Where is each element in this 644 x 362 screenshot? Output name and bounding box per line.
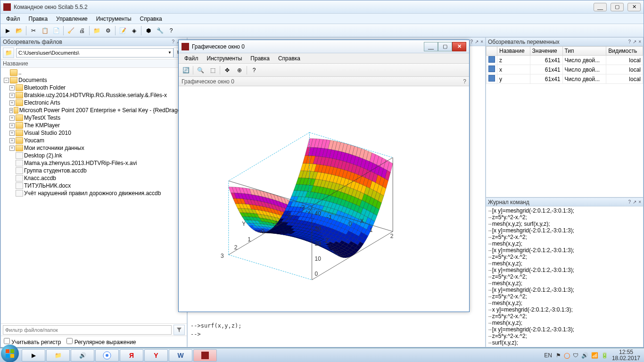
filter-button[interactable] [173,325,185,335]
regex-checkbox[interactable]: Регулярное выражение [66,338,136,346]
scinotes-button[interactable]: 📝 [117,25,128,36]
clear-button[interactable]: 🧹 [66,25,76,36]
col-value[interactable]: Значение [530,47,562,56]
menu-edit[interactable]: Правка [25,15,52,23]
rotate-icon[interactable]: 🔄 [181,65,191,75]
graph-menu-help[interactable]: Справка [274,54,304,63]
file-item[interactable]: ТИТУЛЬНИК.docx [2,182,186,189]
file-tree[interactable]: .. −Documents +Bluetooth Folder+Bratskie… [1,68,187,323]
file-item[interactable]: Учёт нарушений правил дорожного движения… [2,189,186,197]
history-line[interactable]: [x y]=meshgrid(-2:0.1:2,-3:0.1:3); [488,287,641,293]
col-name[interactable]: Название [497,47,530,56]
copy-button[interactable]: 📋 [40,25,50,36]
name-column[interactable]: Название [3,60,28,67]
cut-button[interactable]: ✂ [28,25,39,36]
filter-input[interactable] [3,325,172,335]
graphics-window[interactable]: Графическое окно 0 __ ▢ ✕ Файл Инструмен… [178,40,470,312]
history-line[interactable]: surf(x,y,z); [488,339,641,346]
folder-item[interactable]: +The KMPlayer [2,122,186,129]
folder-item[interactable]: +Youcam [2,137,186,144]
history-line[interactable]: z=5*y.^2-x.^2; [488,333,641,339]
variable-row[interactable]: x61x41Число двой...local [487,65,643,74]
panel-close-icon[interactable]: × [638,199,641,205]
panel-undock-icon[interactable]: ↗ [633,39,636,44]
zoom-icon[interactable]: 🔍 [195,65,206,75]
menu-control[interactable]: Управление [52,15,91,23]
graph-menu-file[interactable]: Файл [181,54,202,63]
cd-button[interactable]: 📁 [91,25,102,36]
graph-sub-help[interactable]: ? [463,78,466,85]
panel-undock-icon[interactable]: ↗ [633,199,636,205]
file-item[interactable]: Группа студентов.accdb [2,167,186,174]
history-line[interactable]: z=5*y.^2-x.^2; [488,313,641,320]
col-type[interactable]: Тип [562,47,606,56]
tray-battery-icon[interactable]: 🔋 [601,352,608,359]
tray-signal-icon[interactable]: 📶 [591,352,598,359]
history-line[interactable]: [x y]=meshgrid(-2:0.1:2,-3:0.1:3); [488,207,641,214]
tb-app-yandex[interactable]: Я [120,349,143,362]
atoms-button[interactable]: ⬢ [143,25,154,36]
panel-help-icon[interactable]: ? [628,39,631,44]
graph-canvas[interactable]: -2-1012-3-2-10123010203040XYZ [179,86,469,312]
history-line[interactable]: z=5*y.^2-x.^2; [488,214,641,221]
demos-button[interactable]: 🔧 [155,25,165,36]
xcos-button[interactable]: ◈ [129,25,139,36]
file-item[interactable]: Desktop (2).lnk [2,152,186,159]
folder-item[interactable]: +Мои источники данных [2,144,186,152]
tray-circle-icon[interactable]: ◯ [564,352,570,359]
history-line[interactable]: [x y]=meshgrid(-2:0.1:2,-3:0.1:3); [488,326,641,333]
history-line[interactable]: [x y]=meshgrid(-2:0.1:2,-3:0.1:3); [488,227,641,234]
folder-item[interactable]: +Bratskie.uzy.2014.HDTVRip.RG.Russkie.se… [2,91,186,99]
panel-undock-icon[interactable]: ↗ [475,39,479,44]
command-history[interactable]: [x y]=meshgrid(-2:0.1:2,-3:0.1:3);z=5*y.… [486,206,643,347]
datatip-icon[interactable]: ⊕ [234,65,245,75]
variable-table[interactable]: Название Значение Тип Видимость z61x41Чи… [486,46,643,197]
graph-minimize-button[interactable]: __ [424,42,438,51]
tray-icons[interactable]: ⚑ ◯ 🛡 🔊 📶 🔋 [556,352,608,359]
tb-app-explorer[interactable]: 📁 [46,349,70,362]
folder-item[interactable]: +Microsoft Power Point 2007 Enterprise +… [2,107,186,114]
history-line[interactable]: mesh(x,y,z); [488,300,641,306]
tb-app-sound[interactable]: 🔊 [71,349,94,362]
variable-row[interactable]: y61x41Число двой...local [487,74,643,84]
tray-flag-icon[interactable]: ⚑ [556,352,561,359]
graph-maximize-button[interactable]: ▢ [438,42,452,51]
graph-menu-edit[interactable]: Правка [247,54,273,63]
history-line[interactable]: mesh(x,y,z); [488,260,641,267]
lang-indicator[interactable]: EN [544,352,552,359]
print-button[interactable]: 🖨 [77,25,87,36]
config-button[interactable]: ⚙ [103,25,113,36]
history-line[interactable]: mesh(x,y,z); [488,240,641,247]
zoom-box-icon[interactable]: ⬚ [207,65,218,75]
panel-help-icon[interactable]: ? [172,39,175,44]
panel-close-icon[interactable]: × [638,39,641,44]
history-line[interactable]: z=5*y.^2-x.^2; [488,254,641,260]
maximize-button[interactable]: ▢ [611,3,624,11]
file-item[interactable]: Класс.accdb [2,174,186,182]
graph-menu-tools[interactable]: Инструменты [203,54,246,63]
path-input[interactable] [16,48,173,58]
col-visibility[interactable]: Видимость [606,47,643,56]
menu-tools[interactable]: Инструменты [92,15,135,23]
history-line[interactable]: [x y]=meshgrid(-2:0.1:2,-3:0.1:3); [488,267,641,273]
up-folder-button[interactable]: 📁 [3,48,14,58]
history-line[interactable]: mesh(x,y,z); [488,280,641,287]
folder-item[interactable]: +Visual Studio 2010 [2,129,186,137]
history-line[interactable]: [x y]=meshgrid(-2:0.1:2,-3:0.1:3); [488,247,641,254]
graph-close-button[interactable]: ✕ [452,42,466,51]
history-line[interactable]: z=5*y.^2-x.^2; [488,234,641,240]
history-line[interactable]: mesh(x,y,z); surf(x,y,z); [488,221,641,227]
file-item[interactable]: Mama.ya.zhenyus.2013.HDTVRip-Files-x.avi [2,159,186,167]
panel-help-icon[interactable]: ? [471,39,473,44]
open-button[interactable]: 📂 [14,25,24,36]
folder-item[interactable]: +Electronic Arts [2,99,186,107]
menu-file[interactable]: Файл [2,15,24,23]
tb-app-scilab[interactable] [193,349,217,362]
run-button[interactable]: ▶ [2,25,13,36]
folder-item[interactable]: +MyTestX Tests [2,114,186,122]
pan-icon[interactable]: ✥ [222,65,232,75]
clock[interactable]: 12:55 18.02.2017 [612,349,640,362]
panel-help-icon[interactable]: ? [628,199,631,205]
panel-close-icon[interactable]: × [480,39,483,44]
paste-button[interactable]: 📄 [51,25,61,36]
